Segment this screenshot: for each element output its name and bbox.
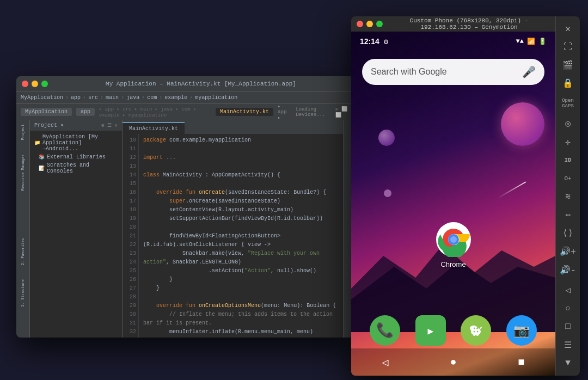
tool-id-button[interactable]: ID	[558, 152, 578, 168]
android-svg	[466, 321, 486, 340]
minimize-button[interactable]	[32, 81, 38, 87]
android-statusbar: 12:14 ⚙ ▼▲ 📶 🔋	[351, 32, 555, 51]
geny-maximize-button[interactable]	[376, 21, 383, 27]
tool-close-button[interactable]: ✕	[558, 21, 578, 37]
tool-opengaps-button[interactable]: OpenGAPS	[558, 94, 578, 113]
status-right-icons: ▼▲ 📶 🔋	[516, 38, 547, 46]
tool-chat-button[interactable]: ⋯	[558, 207, 578, 223]
dock-playstore-icon[interactable]: ▶	[415, 315, 446, 346]
tool-move-button[interactable]: ✛	[558, 134, 578, 150]
toolbar-tab-src[interactable]: app	[76, 108, 95, 116]
bc-example[interactable]: example	[164, 95, 187, 101]
geny-close-button[interactable]	[357, 21, 363, 27]
svg-text:▶: ▶	[427, 326, 433, 337]
ide-body: Project Resource Manager 2. Favorites 2.…	[16, 120, 354, 338]
sidebar-structure-label[interactable]: 2. Structure	[21, 279, 25, 307]
dock-phone-icon[interactable]: 📞	[370, 315, 400, 346]
ide-toolbar: MyApplication app ▸ app ▸ src ▸ main ▸ j…	[16, 103, 354, 120]
ide-titlebar: My Application – MainActivity.kt [My_App…	[16, 76, 354, 91]
tool-share-button[interactable]: ⟨⟩	[558, 225, 578, 242]
search-mic-icon[interactable]: 🎤	[522, 65, 536, 79]
sidebar-project-label[interactable]: Project	[21, 124, 25, 140]
nav-recents-button[interactable]: ■	[511, 351, 532, 373]
tool-home-button[interactable]: ○	[558, 301, 578, 317]
tool-network-button[interactable]: ≋	[558, 189, 578, 205]
tool-arrow-down-button[interactable]: ▼	[558, 356, 578, 372]
editor-tabs: MainActivity.kt	[122, 120, 343, 134]
chrome-app[interactable]: Chrome	[436, 222, 471, 268]
tool-back-button[interactable]: ◁	[558, 282, 578, 298]
editor-tab-mainactivity[interactable]: MainActivity.kt	[122, 122, 185, 134]
toolbar-tab-mainactivity[interactable]: MainActivity.kt	[216, 108, 273, 116]
android-navbar: ◁ ● ■	[351, 348, 555, 376]
tool-volume-down-button[interactable]: 🔊-	[558, 262, 578, 278]
code-content[interactable]: 1011121314151617181920212223242526272829…	[122, 134, 343, 338]
ide-left-sidebar: Project Resource Manager 2. Favorites 2.…	[16, 120, 30, 338]
genymotion-window-controls	[357, 21, 383, 27]
folder-icon: 📁	[34, 140, 40, 146]
svg-rect-13	[473, 333, 475, 336]
chrome-label: Chrome	[440, 260, 465, 268]
tree-item-scratches[interactable]: 📝 Scratches and Consoles	[30, 161, 122, 175]
playstore-svg: ▶	[422, 322, 439, 339]
sidebar-resource-label[interactable]: Resource Manager	[21, 154, 25, 191]
window-controls	[22, 81, 48, 87]
tool-record-button[interactable]: 🎬	[558, 57, 578, 73]
tree-item-external[interactable]: 📚 External Libraries	[30, 153, 122, 161]
project-panel-header: Project ▾ ⚙ ☰ ✕	[30, 120, 122, 131]
project-tree: 📁 MyApplication [My Application] →Androi…	[30, 131, 122, 338]
svg-point-16	[474, 328, 475, 329]
phone-screen[interactable]: 12:14 ⚙ ▼▲ 📶 🔋 Search with Google 🎤	[351, 32, 555, 376]
svg-point-10	[477, 331, 479, 333]
scratches-folder-icon: 📝	[39, 166, 45, 171]
project-label: Project ▾	[34, 122, 64, 128]
tool-gps-button[interactable]: ◎	[558, 115, 578, 132]
genymotion-window: Custom Phone (768x1280, 320dpi) - 192.16…	[351, 16, 580, 376]
bc-app[interactable]: app	[71, 95, 81, 101]
genymotion-toolbar: ✕ ⛶ 🎬 🔒 OpenGAPS ◎ ✛ ID O+ ≋ ⋯ ⟨⟩ 🔊+ 🔊- …	[555, 16, 580, 376]
tool-lock-button[interactable]: 🔒	[558, 76, 578, 92]
line-numbers: 1011121314151617181920212223242526272829…	[122, 134, 139, 338]
battery-icon: 🔋	[538, 38, 547, 46]
settings-gear-icon[interactable]: ⚙	[384, 37, 388, 46]
dock-android-icon[interactable]	[461, 315, 491, 346]
maximize-button[interactable]	[41, 81, 48, 87]
bc-src[interactable]: src	[88, 95, 98, 101]
nav-back-button[interactable]: ◁	[375, 351, 396, 373]
bc-myapplication[interactable]: MyApplication	[21, 95, 63, 101]
external-folder-icon: 📚	[39, 154, 45, 160]
bottom-dock: 📞 ▶	[351, 315, 555, 346]
bc-main[interactable]: main	[106, 95, 119, 101]
tool-recents-button[interactable]: □	[558, 318, 578, 335]
ide-breadcrumb: MyApplication › app › src › main › java …	[16, 91, 354, 103]
nav-home-button[interactable]: ●	[443, 351, 464, 373]
search-placeholder-text: Search with Google	[371, 67, 522, 77]
tool-volume-up-button[interactable]: 🔊+	[558, 243, 578, 260]
bc-com[interactable]: com	[147, 95, 157, 101]
tool-menu-button[interactable]: ☰	[558, 337, 578, 353]
tool-fit-button[interactable]: ⛶	[558, 39, 578, 56]
code-text[interactable]: package com.example.myapplication import…	[139, 134, 343, 338]
status-time: 12:14	[360, 37, 379, 46]
bc-java[interactable]: java	[126, 95, 139, 101]
chrome-icon-svg	[436, 222, 471, 257]
geny-minimize-button[interactable]	[366, 21, 373, 27]
ide-window: My Application – MainActivity.kt [My_App…	[16, 76, 354, 338]
bc-myapplication2[interactable]: myapplication	[195, 95, 237, 101]
planet-large	[501, 102, 544, 146]
svg-point-4	[450, 236, 457, 243]
ide-title: My Application – MainActivity.kt [My_App…	[53, 81, 348, 87]
code-editor: MainActivity.kt 101112131415161718192021…	[122, 120, 343, 338]
genymotion-main: Custom Phone (768x1280, 320dpi) - 192.16…	[351, 16, 555, 376]
tree-item-root[interactable]: 📁 MyApplication [My Application] →Androi…	[30, 133, 122, 153]
android-search-bar[interactable]: Search with Google 🎤	[362, 59, 544, 85]
planet-tiny	[384, 189, 391, 197]
genymotion-title: Custom Phone (768x1280, 320dpi) - 192.16…	[388, 17, 550, 30]
tool-battery-button[interactable]: O+	[558, 170, 578, 187]
sidebar-favorites-label[interactable]: 2. Favorites	[21, 238, 25, 265]
signal-icon: 📶	[527, 38, 535, 46]
close-button[interactable]	[22, 81, 28, 87]
project-panel: Project ▾ ⚙ ☰ ✕ 📁 MyApplication [My Appl…	[30, 120, 122, 338]
toolbar-tab-app[interactable]: MyApplication	[21, 108, 72, 116]
dock-camera-icon[interactable]: 📷	[506, 315, 537, 346]
